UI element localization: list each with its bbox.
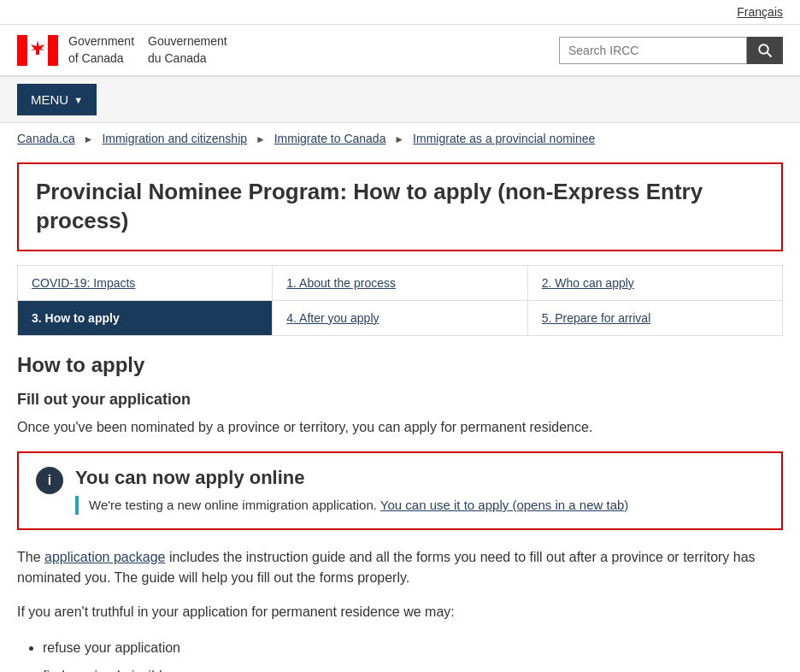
tab-row-2: 3. How to apply 4. After you apply 5. Pr… [18,301,782,335]
list-item: find you inadmissible [43,664,783,672]
svg-rect-4 [36,50,39,55]
tab-how[interactable]: 3. How to apply [18,301,273,335]
package-text-before: The [17,550,44,564]
info-box: i You can now apply online We're testing… [17,451,783,531]
page-title: Provincial Nominee Program: How to apply… [36,178,764,236]
svg-rect-1 [48,35,58,66]
info-body-text: We're testing a new online immigration a… [89,498,377,512]
info-body: We're testing a new online immigration a… [75,496,628,516]
language-toggle[interactable]: Français [737,5,783,19]
tab-covid[interactable]: COVID-19: Impacts [18,266,273,300]
svg-line-6 [768,52,772,56]
svg-point-5 [759,44,768,54]
main-content: How to apply Fill out your application O… [0,353,800,672]
breadcrumb-separator: ► [256,133,266,145]
tab-who[interactable]: 2. Who can apply [528,266,782,300]
gov-name-fr: Gouvernement du Canada [148,33,227,67]
nav-bar: MENU ▼ [0,77,800,123]
fill-body: Once you've been nominated by a province… [17,417,783,438]
consequences-list: refuse your application find you inadmis… [43,636,783,672]
site-header: Government of Canada Gouvernement du Can… [0,25,800,77]
breadcrumb-home[interactable]: Canada.ca [17,132,75,145]
menu-label: MENU [31,92,68,107]
tab-about[interactable]: 1. About the process [273,266,527,300]
tab-row-1: COVID-19: Impacts 1. About the process 2… [18,266,782,301]
top-bar: Français [0,0,800,25]
chevron-down-icon: ▼ [74,95,83,105]
page-title-box: Provincial Nominee Program: How to apply… [17,162,783,251]
section-heading: How to apply [17,353,783,377]
tab-after[interactable]: 4. After you apply [273,301,527,335]
application-package-link[interactable]: application package [44,550,165,564]
logo-area: Government of Canada Gouvernement du Can… [17,33,227,67]
package-text: The application package includes the ins… [17,547,783,588]
breadcrumb-separator: ► [84,133,94,145]
breadcrumb-separator: ► [394,133,404,145]
info-content: You can now apply online We're testing a… [75,467,628,516]
menu-button[interactable]: MENU ▼ [17,84,97,115]
list-item: refuse your application [43,636,783,661]
breadcrumb-immigration[interactable]: Immigration and citizenship [102,132,247,145]
tab-prepare[interactable]: 5. Prepare for arrival [528,301,782,335]
info-body-link[interactable]: You can use it to apply (opens in a new … [380,498,628,512]
svg-rect-0 [17,35,27,66]
search-area [559,37,783,64]
search-input[interactable] [559,37,747,64]
info-title: You can now apply online [75,467,628,489]
breadcrumb-nominee[interactable]: Immigrate as a provincial nominee [413,132,595,145]
search-button[interactable] [747,37,783,64]
fill-title: Fill out your application [17,391,783,409]
search-icon [757,43,773,58]
tab-navigation: COVID-19: Impacts 1. About the process 2… [17,265,783,336]
truthful-text: If you aren't truthful in your applicati… [17,602,783,622]
breadcrumb-immigrate[interactable]: Immigrate to Canada [274,132,386,145]
gov-name: Government of Canada [68,33,134,67]
canada-flag-icon [17,35,58,66]
breadcrumb: Canada.ca ► Immigration and citizenship … [0,123,800,154]
info-icon: i [36,467,63,494]
